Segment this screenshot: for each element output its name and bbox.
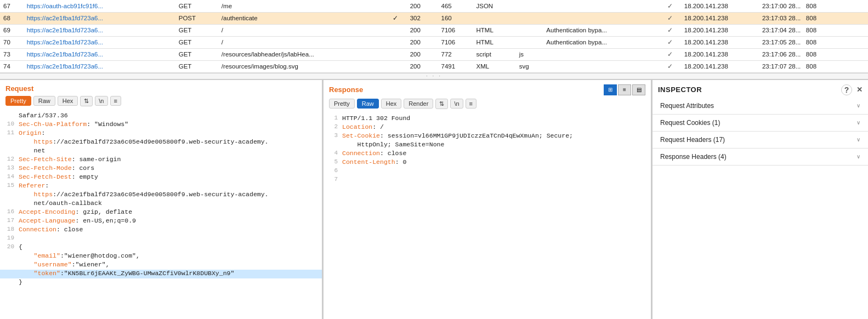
response-tab-render[interactable]: Render xyxy=(404,99,433,109)
row-method: GET xyxy=(175,36,218,48)
line-number: 5 xyxy=(326,158,338,167)
row-tls: ✓ xyxy=(664,0,681,12)
row-mime: HTML xyxy=(473,24,515,36)
line-number: 1 xyxy=(326,115,338,123)
response-tab-raw[interactable]: Raw xyxy=(357,99,379,109)
chevron-down-icon: ∨ xyxy=(856,102,860,109)
inspector-help-icon[interactable]: ? xyxy=(841,84,852,95)
row-num: 67 xyxy=(0,0,24,12)
row-path: / xyxy=(218,24,390,36)
row-ip: 18.200.141.238 xyxy=(681,12,759,24)
key-text: Sec-Ch-Ua-Platform xyxy=(19,121,87,128)
line-content: net xyxy=(19,147,45,156)
row-tls: ✓ xyxy=(664,60,681,72)
table-row[interactable]: 69 https://ac2e1fba1fd723a6... GET / 200… xyxy=(0,24,868,36)
request-line: https://ac2e1fbalfd723a6c05e4d9e005800f9… xyxy=(0,138,322,147)
key-text: Set-Cookie xyxy=(342,132,380,139)
inspector-section[interactable]: Request Cookies (1) ∨ xyxy=(653,115,868,132)
line-content: Sec-Fetch-Mode: cors xyxy=(19,164,94,173)
row-num: 69 xyxy=(0,24,24,36)
line-content: } xyxy=(19,278,22,287)
row-edited xyxy=(389,36,406,48)
request-icon-newline[interactable]: \n xyxy=(95,96,107,106)
line-content: Set-Cookie: session=vl66MM1GP9jUDIczzEaT… xyxy=(342,132,573,141)
inspector-close-icon[interactable]: ✕ xyxy=(856,86,863,94)
row-url: https://ac2e1fba1fd723a6... xyxy=(24,12,175,24)
row-ext: svg xyxy=(516,60,543,72)
response-icon-newline[interactable]: \n xyxy=(450,99,463,109)
row-num: 74 xyxy=(0,60,24,72)
row-path: /authenticate xyxy=(218,12,390,24)
table-row[interactable]: 73 https://ac2e1fba1fd723a6... GET /reso… xyxy=(0,48,868,60)
row-path: / xyxy=(218,36,390,48)
response-tab-pretty[interactable]: Pretty xyxy=(329,99,355,109)
inspector-section[interactable]: Request Headers (17) ∨ xyxy=(653,132,868,149)
response-line: 1HTTP/1.1 302 Found xyxy=(324,115,651,123)
request-line: "email":"wiener@hotdog.com", xyxy=(0,252,322,261)
chevron-down-icon: ∨ xyxy=(856,136,860,143)
line-number: 19 xyxy=(2,235,14,243)
line-number: 13 xyxy=(2,164,14,173)
request-tab-raw[interactable]: Raw xyxy=(33,96,55,106)
response-toolbar: Pretty Raw Hex Render ⇅ \n ≡ xyxy=(324,98,651,112)
request-tab-pretty[interactable]: Pretty xyxy=(5,96,31,106)
line-number: 14 xyxy=(2,173,14,182)
view-btn-grid[interactable]: ⊞ xyxy=(604,84,617,95)
table-row[interactable]: 74 https://ac2e1fba1fd723a6... GET /reso… xyxy=(0,60,868,72)
row-mime xyxy=(473,12,515,24)
view-btn-list[interactable]: ≡ xyxy=(618,84,631,95)
line-number: 20 xyxy=(2,243,14,252)
request-icon-menu[interactable]: ≡ xyxy=(110,96,121,106)
request-icon-send[interactable]: ⇅ xyxy=(80,96,93,106)
row-size: 772 xyxy=(438,48,473,60)
request-pane: Request Pretty Raw Hex ⇅ \n ≡ Safari/537… xyxy=(0,80,324,320)
row-edited xyxy=(389,24,406,36)
line-content: Sec-Fetch-Dest: empty xyxy=(19,173,98,182)
row-url: https://ac2e1fba1fd723a6... xyxy=(24,24,175,36)
row-tls: ✓ xyxy=(664,36,681,48)
request-line: 18Connection: close xyxy=(0,226,322,235)
response-line: 2Location: / xyxy=(324,123,651,132)
table-row[interactable]: 70 https://ac2e1fba1fd723a6... GET / 200… xyxy=(0,36,868,48)
response-tab-hex[interactable]: Hex xyxy=(381,99,402,109)
line-content: HTTP/1.1 302 Found xyxy=(342,115,410,123)
inspector-section[interactable]: Request Attributes ∨ xyxy=(653,98,868,115)
response-icon-menu[interactable]: ≡ xyxy=(466,99,476,109)
request-line: net xyxy=(0,147,322,156)
request-line: "token":"KN5BLr6jEAAKt_ZyWBG-UMwaZCfiV0w… xyxy=(0,270,322,278)
table-row[interactable]: 67 https://oauth-acb91fc91f6... GET /me … xyxy=(0,0,868,12)
response-line: 4Connection: close xyxy=(324,150,651,158)
line-number: 18 xyxy=(2,226,14,235)
line-number xyxy=(2,138,14,147)
request-line: 17Accept-Language: en-US,en;q=0.9 xyxy=(0,217,322,226)
row-title xyxy=(543,48,663,60)
row-status: 200 xyxy=(407,60,438,72)
row-edited xyxy=(389,0,406,12)
row-time: 23:17:06 28... 808 xyxy=(759,48,868,60)
view-toggle: ⊞ ≡ ▤ xyxy=(604,84,645,95)
response-icon-send[interactable]: ⇅ xyxy=(435,99,448,109)
row-tls: ✓ xyxy=(664,24,681,36)
row-method: GET xyxy=(175,48,218,60)
response-code-area: 1HTTP/1.1 302 Found2Location: /3Set-Cook… xyxy=(324,112,651,320)
inspector-section-label: Request Attributes xyxy=(660,102,714,110)
row-path: /resources/images/blog.svg xyxy=(218,60,390,72)
line-content: Connection: close xyxy=(19,226,83,235)
row-num: 73 xyxy=(0,48,24,60)
inspector-header-icons: ? ✕ xyxy=(841,84,863,95)
line-content: Sec-Fetch-Site: same-origin xyxy=(19,156,121,164)
request-tab-hex[interactable]: Hex xyxy=(58,96,78,106)
row-size: 7106 xyxy=(438,24,473,36)
view-btn-col[interactable]: ▤ xyxy=(632,84,645,95)
row-ip: 18.200.141.238 xyxy=(681,24,759,36)
row-edited xyxy=(389,48,406,60)
response-line: 7 xyxy=(324,176,651,185)
key-text: Origin xyxy=(19,129,41,136)
line-number xyxy=(2,270,14,278)
line-number xyxy=(2,261,14,270)
table-row[interactable]: 68 https://ac2e1fba1fd723a6... POST /aut… xyxy=(0,12,868,24)
line-number xyxy=(326,141,338,150)
request-code-area: Safari/537.3610Sec-Ch-Ua-Platform: "Wind… xyxy=(0,110,322,320)
row-url: https://ac2e1fba1fd723a6... xyxy=(24,60,175,72)
inspector-section[interactable]: Response Headers (4) ∨ xyxy=(653,149,868,166)
